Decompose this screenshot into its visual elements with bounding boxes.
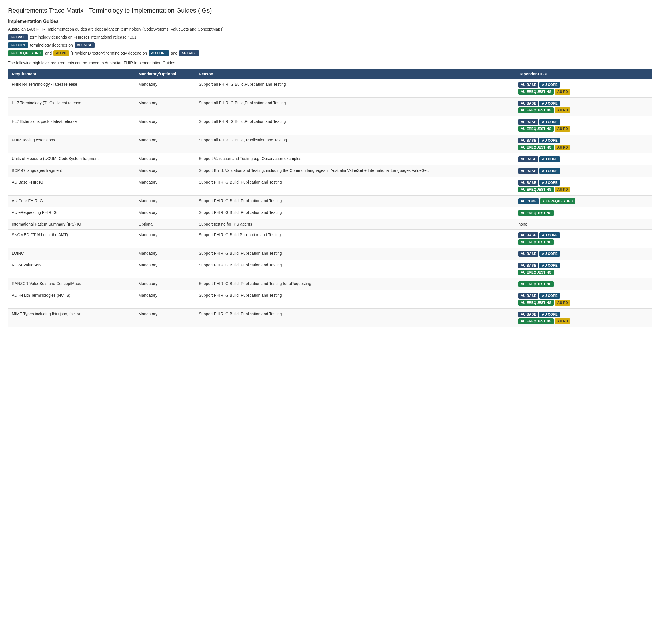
cell-reason: Support FHIR IG Build, Publication and T… [195,207,515,219]
cell-requirement: BCP 47 languages fragment [8,165,135,177]
cell-igs: AU EREQUESTING [515,278,652,290]
table-row: International Patient Summary (IPS) IGOp… [8,219,652,230]
description-para: The following high level requirements ca… [8,61,652,65]
cell-reason: Support all FHIR IG Build,Publication an… [195,98,515,116]
table-row: HL7 Terminology (THO) - latest releaseMa… [8,98,652,116]
cell-mandatory: Mandatory [135,278,195,290]
cell-reason: Support all FHIR IG Build, Publication a… [195,135,515,154]
ig-badge-erequesting: AU EREQUESTING [518,187,554,192]
cell-igs: AU BASEAU COREAU EREQUESTINGAU PD [515,135,652,154]
ig-badge-erequesting: AU EREQUESTING [518,145,554,151]
table-row: RANZCR ValueSets and ConceptMapsMandator… [8,278,652,290]
table-header-row: Requirement Mandatory/Optional Reason De… [8,69,652,79]
cell-reason: Support FHIR IG Build,Publication and Te… [195,230,515,248]
cell-reason: Support FHIR IG Build, Publication and T… [195,177,515,196]
cell-reason: Support all FHIR IG Build,Publication an… [195,79,515,98]
cell-igs: AU BASEAU COREAU EREQUESTING [515,230,652,248]
ig-badge-pd: AU PD [555,108,570,113]
table-row: AU Core FHIR IGMandatorySupport FHIR IG … [8,196,652,207]
ig-badge-base: AU BASE [518,232,538,238]
table-row: AU Base FHIR IGMandatorySupport FHIR IG … [8,177,652,196]
cell-requirement: AU eRequesting FHIR IG [8,207,135,219]
cell-igs: none [515,219,652,230]
ig-badge-core: AU CORE [539,82,560,88]
ig-badge-erequesting: AU EREQUESTING [518,300,554,305]
ig-badge-base: AU BASE [518,119,538,125]
ig-badge-erequesting: AU EREQUESTING [518,89,554,95]
cell-igs: AU BASEAU COREAU EREQUESTINGAU PD [515,177,652,196]
cell-igs: AU BASEAU CORE [515,165,652,177]
cell-mandatory: Mandatory [135,290,195,309]
ig-badge-base: AU BASE [518,251,538,257]
cell-mandatory: Mandatory [135,196,195,207]
table-row: AU eRequesting FHIR IGMandatorySupport F… [8,207,652,219]
cell-requirement: FHIR R4 Terminology - latest release [8,79,135,98]
cell-reason: Support FHIR IG Build, Publication and T… [195,248,515,260]
line1-text: terminology depends on FHIR R4 Internati… [30,35,137,40]
cell-requirement: AU Base FHIR IG [8,177,135,196]
badge-line-3: AU EREQUESTING and AU PD (Provider Direc… [8,50,652,56]
table-row: MIME Types including fhir+json, fhir+xml… [8,309,652,327]
ig-badge-erequesting: AU EREQUESTING [518,239,554,245]
cell-requirement: LOINC [8,248,135,260]
ig-badge-core: AU CORE [539,180,560,185]
col-reason: Reason [195,69,515,79]
ig-badge-core: AU CORE [539,168,560,174]
col-igs: Dependant IGs [515,69,652,79]
ig-badge-base: AU BASE [518,156,538,162]
cell-requirement: HL7 Terminology (THO) - latest release [8,98,135,116]
cell-requirement: HL7 Extensions pack - latest release [8,116,135,135]
ig-badge-core: AU CORE [539,232,560,238]
line3-pre: and [45,51,52,55]
ig-badge-core: AU CORE [539,138,560,143]
cell-requirement: Units of Measure (UCUM) CodeSystem fragm… [8,154,135,165]
cell-reason: Support FHIR IG Build, Publication and T… [195,290,515,309]
cell-reason: Support FHIR IG Build, Publication and T… [195,260,515,278]
ig-badge-erequesting: AU EREQUESTING [518,108,554,113]
cell-igs: AU BASEAU COREAU EREQUESTINGAU PD [515,309,652,327]
ig-badge-base: AU BASE [518,138,538,143]
badge-line-1: AU BASE terminology depends on FHIR R4 I… [8,34,652,40]
cell-requirement: FHIR Tooling extensions [8,135,135,154]
cell-mandatory: Mandatory [135,230,195,248]
cell-mandatory: Optional [135,219,195,230]
badge-line-2: AU CORE terminology depends on AU BASE [8,42,652,48]
table-row: LOINCMandatorySupport FHIR IG Build, Pub… [8,248,652,260]
ig-badge-pd: AU PD [555,187,570,192]
ig-badge-core: AU CORE [518,198,539,204]
au-erequesting-badge-3: AU EREQUESTING [8,50,43,56]
ig-badge-core: AU CORE [539,312,560,317]
cell-mandatory: Mandatory [135,177,195,196]
section-title: Implementation Guides [8,19,652,24]
table-row: FHIR R4 Terminology - latest releaseMand… [8,79,652,98]
line2-pre: terminology depends on [30,43,73,47]
cell-igs: AU BASEAU CORE [515,248,652,260]
cell-requirement: SNOMED CT AU (inc. the AMT) [8,230,135,248]
line3-and: and [171,51,178,55]
cell-reason: Support Build, Validation and Testing, i… [195,165,515,177]
table-row: FHIR Tooling extensionsMandatorySupport … [8,135,652,154]
cell-igs: AU BASEAU COREAU EREQUESTINGAU PD [515,79,652,98]
ig-badge-base: AU BASE [518,180,538,185]
cell-mandatory: Mandatory [135,79,195,98]
cell-requirement: International Patient Summary (IPS) IG [8,219,135,230]
ig-badge-core: AU CORE [539,156,560,162]
cell-mandatory: Mandatory [135,309,195,327]
cell-requirement: RCPA ValueSets [8,260,135,278]
au-core-badge-3: AU CORE [148,50,169,56]
cell-mandatory: Mandatory [135,98,195,116]
au-base-badge-1: AU BASE [8,34,28,40]
ig-badge-core: AU CORE [539,263,560,269]
cell-igs: AU BASEAU CORE [515,154,652,165]
cell-requirement: MIME Types including fhir+json, fhir+xml [8,309,135,327]
cell-igs: AU BASEAU COREAU EREQUESTINGAU PD [515,290,652,309]
ig-badge-pd: AU PD [555,300,570,305]
ig-badge-erequesting: AU EREQUESTING [518,210,554,216]
ig-badge-base: AU BASE [518,312,538,317]
ig-badge-erequesting: AU EREQUESTING [518,281,554,287]
table-row: AU Health Terminologies (NCTS)MandatoryS… [8,290,652,309]
cell-reason: Support Validation and Testing e.g. Obse… [195,154,515,165]
line3-mid: (Provider Directory) terminology depend … [71,51,147,55]
requirements-table: Requirement Mandatory/Optional Reason De… [8,69,652,327]
cell-reason: Support FHIR IG Build, Publication and T… [195,309,515,327]
